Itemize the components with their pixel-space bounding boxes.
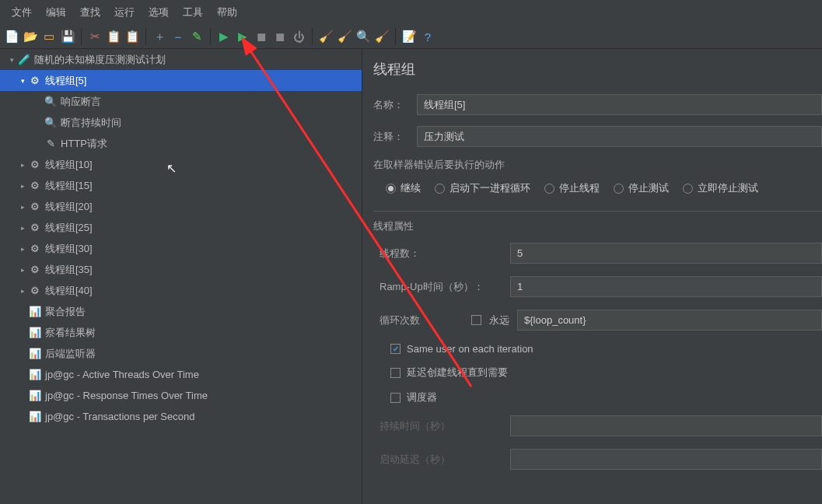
node-label: 断言持续时间 (61, 116, 121, 130)
menu-工具[interactable]: 工具 (176, 3, 210, 22)
name-input[interactable] (417, 94, 822, 115)
node-icon: ✎ (44, 138, 58, 149)
radio-button[interactable] (386, 184, 396, 194)
paste-icon[interactable]: 📋 (125, 30, 139, 44)
clear-icon[interactable]: 🧹 (319, 30, 333, 44)
radio-1[interactable]: 启动下一进程循环 (435, 181, 530, 195)
ramp-label: Ramp-Up时间（秒）： (380, 280, 510, 294)
listener-node[interactable]: 📊jp@gc - Response Times Over Time (0, 385, 362, 406)
new-icon[interactable]: 📄 (5, 30, 19, 44)
menu-选项[interactable]: 选项 (142, 3, 176, 22)
radio-3[interactable]: 停止测试 (614, 181, 669, 195)
radio-2[interactable]: 停止线程 (544, 181, 600, 195)
listener-node[interactable]: 📊jp@gc - Active Threads Over Time (0, 364, 362, 385)
help-icon[interactable]: ? (421, 30, 435, 44)
node-label: 察看结果树 (45, 326, 96, 340)
node-label: HTTP请求 (61, 137, 107, 151)
loop-label: 循环次数 (380, 313, 471, 327)
ramp-input[interactable] (510, 276, 822, 297)
save-icon[interactable]: 💾 (61, 30, 75, 44)
thread-group-node[interactable]: ▸⚙线程组[25] (0, 217, 362, 238)
node-label: 线程组[15] (45, 179, 93, 193)
thread-group-node[interactable]: ▸⚙线程组[20] (0, 196, 362, 217)
stop-icon[interactable]: ◼ (254, 30, 268, 44)
node-label: jp@gc - Transactions per Second (45, 411, 194, 422)
node-label: 线程组[20] (45, 200, 93, 214)
gear-icon: ⚙ (28, 222, 42, 233)
sweep-icon[interactable]: 🧹 (375, 30, 389, 44)
search-icon[interactable]: 🔍 (356, 30, 370, 44)
listener-node[interactable]: 📊聚合报告 (0, 301, 362, 322)
run-icon[interactable]: ▶ (217, 30, 231, 44)
node-label: 随机的未知梯度压测测试计划 (34, 53, 166, 67)
clear-all-icon[interactable]: 🧹 (338, 30, 352, 44)
node-label: 线程组[25] (45, 221, 93, 235)
radio-button[interactable] (683, 184, 693, 194)
thread-group-node[interactable]: ▸⚙线程组[10] (0, 154, 362, 175)
menu-编辑[interactable]: 编辑 (39, 3, 73, 22)
thread-group-node[interactable]: ▸⚙线程组[15] (0, 175, 362, 196)
menu-运行[interactable]: 运行 (107, 3, 142, 22)
radio-0[interactable]: 继续 (386, 181, 421, 195)
tree-node[interactable]: 🔍断言持续时间 (0, 112, 362, 133)
menu-文件[interactable]: 文件 (5, 3, 39, 22)
stop-all-icon[interactable]: ◼ (273, 30, 287, 44)
radio-4[interactable]: 立即停止测试 (683, 181, 758, 195)
listener-node[interactable]: 📊jp@gc - Transactions per Second (0, 406, 362, 427)
tree-node[interactable]: ✎HTTP请求 (0, 133, 362, 154)
close-icon[interactable]: ▭ (42, 30, 56, 44)
scheduler-checkbox[interactable] (390, 393, 401, 403)
cut-icon[interactable]: ✂ (88, 30, 102, 44)
wand-icon[interactable]: ✎ (190, 30, 204, 44)
listener-node[interactable]: 📊察看结果树 (0, 322, 362, 343)
delay-input[interactable] (510, 449, 822, 470)
minus-icon[interactable]: − (171, 30, 185, 44)
duration-input[interactable] (510, 415, 822, 436)
radio-button[interactable] (614, 184, 624, 194)
delay-create-checkbox[interactable] (390, 368, 401, 378)
chart-icon: 📊 (28, 369, 42, 380)
tree-pane: ▾ 🧪 随机的未知梯度压测测试计划 ▾ ⚙ 线程组[5] 🔍响应断言🔍断言持续时… (0, 49, 362, 504)
threads-label: 线程数： (380, 247, 510, 261)
chart-icon: 📊 (28, 390, 42, 401)
chart-icon: 📊 (28, 327, 42, 338)
forever-checkbox[interactable] (471, 315, 481, 325)
same-user-checkbox[interactable]: ✔ (390, 344, 401, 354)
test-plan-node[interactable]: ▾ 🧪 随机的未知梯度压测测试计划 (0, 49, 362, 70)
thread-group-node-selected[interactable]: ▾ ⚙ 线程组[5] (0, 70, 362, 91)
comment-input[interactable] (417, 126, 822, 147)
same-user-label: Same user on each iteration (407, 343, 533, 355)
radio-button[interactable] (544, 184, 554, 194)
shutdown-icon[interactable]: ⏻ (292, 30, 306, 44)
expander-icon: ▸ (17, 266, 28, 274)
node-icon: 🔍 (44, 96, 58, 107)
forever-label: 永远 (489, 313, 509, 327)
thread-group-node[interactable]: ▸⚙线程组[30] (0, 238, 362, 259)
thread-group-node[interactable]: ▸⚙线程组[40] (0, 280, 362, 301)
copy-icon[interactable]: 📋 (107, 30, 121, 44)
func-icon[interactable]: 📝 (402, 30, 416, 44)
open-icon[interactable]: 📂 (23, 30, 37, 44)
expander-icon: ▾ (6, 56, 17, 64)
node-label: 线程组[10] (45, 158, 93, 172)
radio-button[interactable] (435, 184, 445, 194)
tree-node[interactable]: 🔍响应断言 (0, 91, 362, 112)
node-label: jp@gc - Active Threads Over Time (45, 369, 199, 380)
run-next-icon[interactable]: ▶ (236, 30, 250, 44)
menu-查找[interactable]: 查找 (73, 3, 107, 22)
radio-label: 继续 (401, 181, 421, 195)
expander-icon: ▾ (17, 77, 28, 85)
gear-icon: ⚙ (28, 75, 42, 86)
gear-icon: ⚙ (28, 201, 42, 212)
loop-input[interactable] (517, 310, 822, 331)
thread-group-node[interactable]: ▸⚙线程组[35] (0, 259, 362, 280)
node-label: 线程组[40] (45, 284, 93, 298)
toolbar-separator (312, 28, 313, 45)
plus-icon[interactable]: ＋ (152, 30, 166, 44)
scheduler-label: 调度器 (407, 390, 437, 404)
menu-帮助[interactable]: 帮助 (210, 3, 244, 22)
threads-input[interactable] (510, 243, 822, 264)
menubar: 文件编辑查找运行选项工具帮助 (0, 0, 822, 25)
listener-node[interactable]: 📊后端监听器 (0, 343, 362, 364)
duration-label: 持续时间（秒） (380, 419, 510, 433)
